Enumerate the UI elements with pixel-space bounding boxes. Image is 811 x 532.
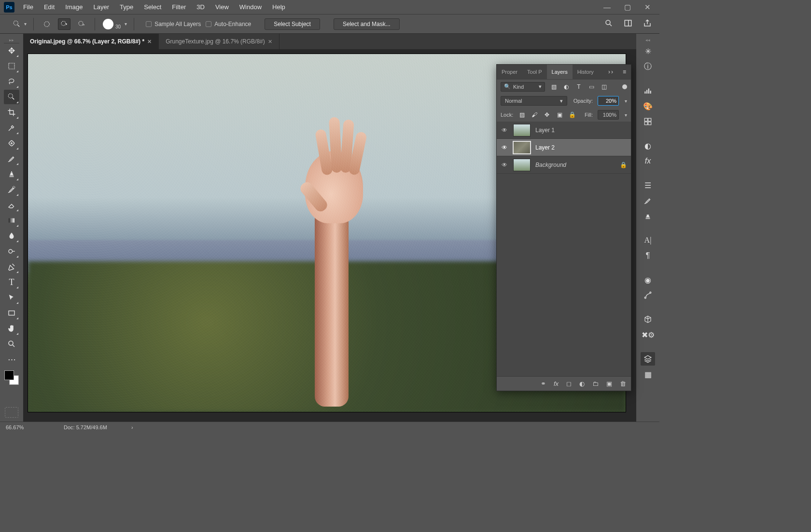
menu-window[interactable]: Window	[239, 3, 262, 11]
color-icon[interactable]: 🎨	[641, 99, 655, 113]
path-selection-tool[interactable]	[4, 290, 19, 305]
document-tab-1[interactable]: Original.jpeg @ 66.7% (Layer 2, RGB/8#) …	[23, 34, 159, 49]
visibility-toggle-icon[interactable]: 👁	[501, 127, 508, 134]
edit-toolbar-button[interactable]: ⋯	[4, 352, 19, 367]
layer-thumbnail[interactable]	[513, 141, 531, 154]
info-icon[interactable]: ⓘ	[641, 60, 655, 73]
layer-row[interactable]: 👁 Layer 2	[497, 139, 631, 156]
layer-thumbnail[interactable]	[513, 124, 531, 136]
select-subject-button[interactable]: Select Subject	[265, 18, 320, 30]
menu-view[interactable]: View	[215, 3, 229, 11]
history-brush-tool[interactable]	[4, 182, 19, 197]
compass-icon[interactable]: ✳	[641, 44, 655, 58]
actions-icon[interactable]: ▦	[641, 368, 655, 381]
tools-panel-handle[interactable]: ▸▸	[4, 37, 19, 43]
lock-artboard-icon[interactable]: ▣	[556, 111, 563, 118]
close-icon[interactable]: ✕	[147, 39, 152, 45]
right-dock-handle[interactable]: ◂◂	[636, 38, 659, 42]
filter-smart-icon[interactable]: ◫	[600, 83, 608, 90]
channels-icon[interactable]: ◉	[641, 273, 655, 286]
document-tab-2[interactable]: GrungeTexture.jpg @ 16.7% (RGB/8#)✕	[159, 34, 280, 49]
menu-type[interactable]: Type	[120, 3, 133, 11]
close-icon[interactable]: ✕	[268, 39, 272, 45]
filter-pixel-icon[interactable]: ▧	[550, 83, 558, 90]
blend-mode-dropdown[interactable]: Normal▾	[501, 96, 567, 106]
window-minimize-button[interactable]: —	[603, 3, 611, 12]
filter-toggle-switch[interactable]	[622, 84, 627, 89]
layer-name-label[interactable]: Layer 2	[535, 144, 555, 151]
blur-tool[interactable]	[4, 229, 19, 243]
filter-shape-icon[interactable]: ▭	[587, 83, 595, 90]
auto-enhance-checkbox[interactable]: Auto-Enhance	[206, 21, 251, 27]
swatches-icon[interactable]	[641, 115, 655, 128]
doc-info[interactable]: Doc: 5.72M/49.6M	[64, 424, 107, 430]
brush-preview-icon[interactable]	[103, 19, 113, 29]
fill-input[interactable]: 100%	[598, 110, 619, 120]
menu-filter[interactable]: Filter	[172, 3, 186, 11]
menu-layer[interactable]: Layer	[94, 3, 110, 11]
spot-healing-tool[interactable]	[4, 136, 19, 150]
menu-file[interactable]: File	[23, 3, 33, 11]
properties-icon[interactable]: ✖⚙	[641, 328, 655, 341]
layers-icon[interactable]	[641, 352, 655, 366]
tab-history[interactable]: History	[573, 65, 599, 79]
pen-tool[interactable]	[4, 259, 19, 274]
brush-tool[interactable]	[4, 151, 19, 166]
menu-3d[interactable]: 3D	[196, 3, 205, 11]
opacity-input[interactable]: 20%	[598, 96, 619, 106]
clone-source-icon[interactable]	[641, 209, 655, 223]
visibility-toggle-icon[interactable]: 👁	[501, 162, 508, 168]
workspace-switcher-icon[interactable]	[624, 19, 632, 29]
layer-thumbnail[interactable]	[513, 159, 531, 171]
lock-transparency-icon[interactable]: ▨	[518, 111, 526, 118]
color-swatches[interactable]	[4, 370, 19, 385]
clone-stamp-tool[interactable]	[4, 167, 19, 181]
lock-position-icon[interactable]: ✥	[543, 111, 551, 118]
histogram-icon[interactable]	[641, 84, 655, 97]
layer-style-icon[interactable]: fx	[554, 380, 559, 387]
menu-edit[interactable]: Edit	[44, 3, 55, 11]
link-layers-icon[interactable]: ⚭	[541, 380, 546, 387]
panel-menu-icon[interactable]: ≡	[618, 68, 631, 75]
new-layer-icon[interactable]: ▣	[606, 380, 612, 387]
search-icon[interactable]	[604, 19, 613, 29]
layer-row[interactable]: 👁 Background 🔒	[497, 156, 631, 174]
share-icon[interactable]	[643, 19, 652, 29]
3d-icon[interactable]	[641, 313, 655, 326]
delete-layer-icon[interactable]: 🗑	[620, 380, 626, 387]
filter-kind-dropdown[interactable]: 🔍Kind▾	[501, 82, 545, 92]
opacity-dropdown[interactable]: ▾	[625, 98, 627, 104]
select-and-mask-button[interactable]: Select and Mask...	[334, 18, 400, 30]
doc-info-caret-icon[interactable]: ›	[131, 424, 133, 430]
quick-selection-tool[interactable]	[4, 90, 19, 104]
subtract-from-selection-button[interactable]	[75, 18, 88, 30]
quick-mask-toggle[interactable]	[5, 407, 18, 418]
hand-tool[interactable]	[4, 321, 19, 336]
fill-dropdown[interactable]: ▾	[625, 112, 627, 118]
window-close-button[interactable]: ✕	[644, 3, 651, 12]
styles-icon[interactable]: fx	[641, 154, 655, 168]
filter-adjust-icon[interactable]: ◐	[562, 83, 570, 90]
brush-settings-icon[interactable]	[641, 194, 655, 207]
type-tool[interactable]: T	[4, 275, 19, 289]
foreground-color-swatch[interactable]	[4, 370, 14, 380]
new-selection-button[interactable]	[41, 18, 53, 30]
character-icon[interactable]: A|	[641, 233, 655, 247]
current-tool-icon[interactable]	[11, 18, 23, 30]
layer-mask-icon[interactable]: ◻	[566, 380, 572, 387]
paths-icon[interactable]	[641, 288, 655, 302]
layer-name-label[interactable]: Background	[535, 162, 566, 168]
gradient-tool[interactable]	[4, 213, 19, 228]
add-to-selection-button[interactable]	[58, 18, 70, 30]
brush-picker-dropdown[interactable]: ▾	[125, 21, 127, 27]
lock-all-icon[interactable]: 🔒	[568, 111, 576, 118]
crop-tool[interactable]	[4, 105, 19, 120]
tab-tool-presets[interactable]: Tool P	[522, 65, 547, 79]
lasso-tool[interactable]	[4, 74, 19, 89]
lock-image-icon[interactable]: 🖌	[531, 111, 538, 118]
zoom-tool[interactable]	[4, 337, 19, 351]
panel-expand-icon[interactable]: ››	[604, 68, 618, 75]
paragraph-icon[interactable]: ¶	[641, 249, 655, 262]
adjustments-icon[interactable]: ◐	[641, 139, 655, 152]
move-tool[interactable]: ✥	[4, 43, 19, 58]
